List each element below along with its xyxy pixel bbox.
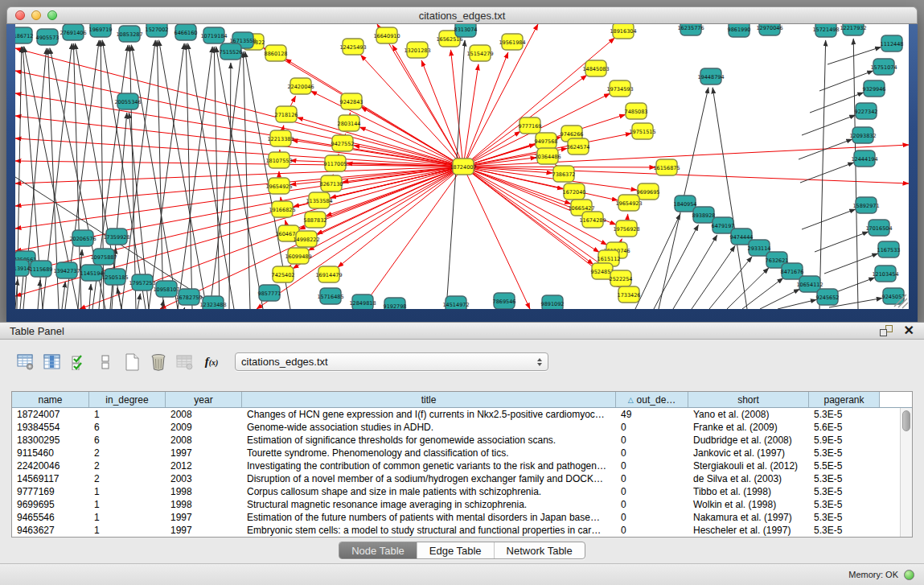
graph-node[interactable]: 2718126 bbox=[275, 106, 298, 122]
table-row[interactable]: 977716911998Corpus callosum shape and si… bbox=[12, 485, 912, 498]
row-height-button[interactable] bbox=[96, 352, 115, 372]
graph-node[interactable]: 9192798 bbox=[384, 298, 407, 309]
float-panel-icon[interactable] bbox=[880, 325, 893, 336]
graph-node[interactable]: 9245052 bbox=[882, 288, 906, 304]
table-row[interactable]: 911546021997Tourette syndrome. Phenomeno… bbox=[12, 447, 912, 459]
table-row[interactable]: 1938455462009Genome-wide association stu… bbox=[12, 421, 912, 434]
graph-node[interactable]: 19654925 bbox=[265, 178, 292, 194]
graph-node[interactable]: 19756928 bbox=[613, 220, 639, 237]
graph-node[interactable]: 8313074 bbox=[454, 24, 478, 37]
table-row[interactable]: 1872400712008Changes of HCN gene express… bbox=[12, 408, 912, 421]
table-row[interactable]: 1830029562008Estimation of significance … bbox=[12, 434, 912, 447]
graph-node[interactable]: 4905573 bbox=[36, 29, 60, 45]
graph-node[interactable]: 1145194 bbox=[80, 265, 104, 281]
graph-node[interactable]: 16156875 bbox=[653, 159, 680, 175]
tab-edge-table[interactable]: Edge Table bbox=[417, 542, 494, 558]
graph-node[interactable]: 10853287 bbox=[116, 26, 142, 42]
graph-node[interactable]: 17957253 bbox=[129, 274, 155, 290]
column-header-title[interactable]: title bbox=[242, 392, 616, 407]
column-header-year[interactable]: year bbox=[166, 392, 242, 407]
hub-graph-node[interactable]: 18724007 bbox=[450, 159, 476, 175]
graph-node[interactable]: 7869546 bbox=[493, 293, 516, 309]
graph-node[interactable]: 11353584 bbox=[306, 192, 332, 208]
graph-node[interactable]: 19734593 bbox=[606, 80, 633, 97]
column-header-short[interactable]: short bbox=[688, 392, 809, 407]
table-panel-titlebar[interactable]: Table Panel ✕ bbox=[0, 322, 924, 340]
graph-node[interactable]: 1115689 bbox=[30, 261, 53, 277]
graph-node[interactable]: 15721498 bbox=[812, 24, 839, 37]
graph-node[interactable]: 9427552 bbox=[331, 135, 355, 151]
graph-node[interactable]: 1672040 bbox=[563, 183, 586, 200]
graph-node[interactable]: 8860128 bbox=[265, 45, 288, 61]
graph-node[interactable]: 12505185 bbox=[101, 269, 128, 285]
graph-node[interactable]: 9117005 bbox=[324, 155, 347, 171]
scrollbar-thumb[interactable] bbox=[902, 410, 910, 431]
graph-node[interactable]: 15154279 bbox=[466, 45, 493, 61]
graph-node[interactable]: 20364486 bbox=[534, 148, 561, 164]
create-column-button[interactable] bbox=[122, 352, 142, 372]
graph-node[interactable]: 19654923 bbox=[615, 195, 642, 211]
graph-node[interactable]: 9891092 bbox=[541, 295, 565, 309]
tab-node-table[interactable]: Node Table bbox=[339, 542, 417, 558]
table-row[interactable]: 946554611997Estimation of the future num… bbox=[12, 511, 912, 524]
graph-node[interactable]: 13942737 bbox=[53, 262, 80, 278]
graph-node[interactable]: 13201283 bbox=[404, 42, 430, 58]
graph-node[interactable]: 12444194 bbox=[851, 150, 877, 167]
delete-table-button[interactable] bbox=[175, 352, 195, 372]
graph-node[interactable]: 9777169 bbox=[519, 117, 542, 134]
graph-node[interactable]: 9329946 bbox=[863, 80, 886, 97]
graph-node[interactable]: 19166825 bbox=[269, 201, 295, 217]
delete-column-button[interactable] bbox=[149, 352, 168, 372]
tab-network-table[interactable]: Network Table bbox=[494, 542, 585, 558]
graph-node[interactable]: 15892971 bbox=[852, 197, 879, 213]
graph-node[interactable]: 9861990 bbox=[728, 24, 751, 37]
graph-node[interactable]: 12217932 bbox=[840, 24, 866, 35]
graph-node[interactable]: 20206576 bbox=[69, 230, 96, 246]
graph-node[interactable]: 17359928 bbox=[103, 229, 129, 245]
graph-node[interactable]: 8267130 bbox=[320, 175, 343, 192]
graph-node[interactable]: 12093832 bbox=[849, 127, 876, 143]
graph-node[interactable]: 2186712 bbox=[15, 27, 33, 43]
graph-node[interactable]: 12213383 bbox=[267, 130, 294, 146]
graph-node[interactable]: 27691406 bbox=[60, 24, 86, 40]
graph-node[interactable]: 7386372 bbox=[552, 166, 576, 182]
graph-node[interactable]: 3913914 bbox=[15, 260, 30, 276]
graph-node[interactable]: 18107553 bbox=[265, 152, 292, 168]
column-header-name[interactable]: name bbox=[12, 392, 89, 407]
graph-node[interactable]: 1527002 bbox=[146, 24, 169, 37]
network-canvas[interactable]: 1872400722420046271812612213383181075531… bbox=[15, 24, 909, 309]
graph-node[interactable]: 9242843 bbox=[340, 93, 363, 109]
graph-node[interactable]: 9227342 bbox=[855, 103, 878, 119]
graph-node[interactable]: 14845083 bbox=[582, 60, 609, 76]
graph-node[interactable]: 1112448 bbox=[881, 35, 904, 51]
table-row[interactable]: 2242004622012Investigating the contribut… bbox=[12, 459, 912, 472]
column-header-in_degree[interactable]: in_degree bbox=[89, 392, 166, 407]
graph-node[interactable]: 12425493 bbox=[339, 39, 366, 55]
column-header-out_degree[interactable]: △out_de… bbox=[616, 392, 688, 407]
graph-node[interactable]: 16099489 bbox=[285, 248, 311, 264]
graph-node[interactable]: 9245652 bbox=[816, 289, 840, 305]
table-row[interactable]: 969969511998Structural magnetic resonanc… bbox=[12, 498, 912, 511]
graph-node[interactable]: 12970046 bbox=[756, 24, 782, 35]
graph-node[interactable]: 9497568 bbox=[535, 133, 558, 149]
graph-node[interactable]: 10975887 bbox=[90, 249, 117, 265]
graph-node[interactable]: 9857771 bbox=[258, 285, 281, 301]
graph-node[interactable]: 2803144 bbox=[338, 115, 361, 131]
show-column-button[interactable] bbox=[43, 352, 62, 372]
graph-node[interactable]: 22420046 bbox=[287, 78, 314, 94]
graph-node[interactable]: 18916304 bbox=[610, 24, 636, 39]
graph-node[interactable]: 12323488 bbox=[199, 296, 226, 309]
graph-node[interactable]: 1167533 bbox=[877, 241, 901, 257]
graph-node[interactable]: 9699695 bbox=[637, 183, 660, 200]
table-selector-dropdown[interactable]: citations_edges.txt bbox=[235, 352, 548, 371]
graph-node[interactable]: 2522254 bbox=[610, 270, 633, 286]
column-header-pagerank[interactable]: pagerank bbox=[809, 392, 880, 407]
graph-node[interactable]: 19448794 bbox=[697, 68, 724, 84]
graph-node[interactable]: 16782759 bbox=[175, 289, 202, 305]
graph-node[interactable]: 20055346 bbox=[114, 93, 141, 109]
graph-node[interactable]: 1733426 bbox=[618, 286, 641, 303]
graph-node[interactable]: 14998222 bbox=[293, 231, 319, 247]
graph-node[interactable]: 6466160 bbox=[175, 24, 198, 40]
table-row[interactable]: 946362711997Embryonic stem cells: a mode… bbox=[12, 524, 912, 537]
window-titlebar[interactable]: citations_edges.txt bbox=[6, 6, 918, 24]
